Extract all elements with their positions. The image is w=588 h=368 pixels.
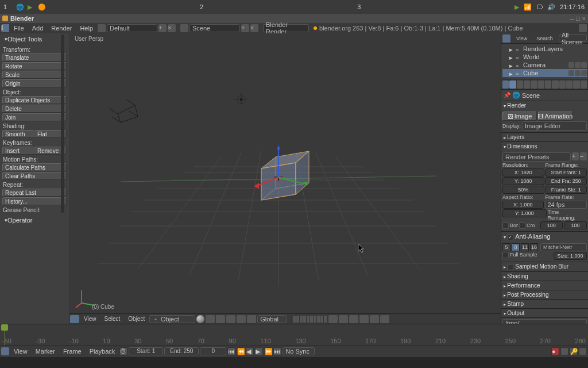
menu-render[interactable]: Render <box>48 24 75 32</box>
aa-samples-5[interactable]: 5 <box>502 243 510 251</box>
menu-file[interactable]: File <box>10 24 28 32</box>
workspace-3[interactable]: 3 <box>357 3 361 10</box>
aa-filter-dropdown[interactable]: Mitchell-Netr <box>540 243 587 251</box>
viewport-shading-icon[interactable] <box>196 315 204 323</box>
snap-element-icon[interactable] <box>349 315 358 323</box>
tab-material-icon[interactable] <box>559 80 566 89</box>
output-panel-header[interactable]: Output <box>501 309 588 317</box>
restrict-render-icon[interactable] <box>581 70 587 76</box>
outliner-display-dropdown[interactable]: All Scenes <box>559 34 587 42</box>
border-checkbox[interactable] <box>502 223 509 229</box>
sampled-motion-blur-checkbox[interactable] <box>507 264 513 270</box>
jump-end-icon[interactable]: ⏭ <box>273 347 281 355</box>
res-y-field[interactable]: Y: 1080 <box>502 177 544 185</box>
tl-frame-menu[interactable]: Frame <box>60 347 85 355</box>
fps-dropdown[interactable]: 24 fps <box>545 201 587 209</box>
engine-dropdown[interactable]: Blender Render <box>263 24 309 32</box>
skip-next-keyframe-icon[interactable]: ⏩ <box>264 347 272 355</box>
workspace-1[interactable]: 1 <box>3 3 7 10</box>
current-frame-number[interactable]: 0 <box>200 347 226 355</box>
aa-size-field[interactable]: Size: 1.000 <box>554 252 587 260</box>
restrict-select-icon[interactable] <box>575 70 581 76</box>
insert-keyframe-button[interactable]: Insert <box>2 147 34 155</box>
tl-view-menu[interactable]: View <box>10 347 31 355</box>
antialiasing-panel-header[interactable]: Anti-Aliasing <box>501 232 588 241</box>
manipulator-toggle-icon[interactable] <box>216 315 225 323</box>
remap-new-field[interactable]: 100 <box>564 221 587 229</box>
sampled-motion-blur-panel-header[interactable]: Sampled Motion Blur <box>501 262 588 271</box>
aa-samples-11[interactable]: 11 <box>521 243 529 251</box>
skip-prev-keyframe-icon[interactable]: ⏪ <box>237 347 245 355</box>
menu-add[interactable]: Add <box>29 24 47 32</box>
end-frame-field[interactable]: End Fra: 250 <box>546 177 587 185</box>
duplicate-button[interactable]: Duplicate Objects <box>2 96 67 104</box>
tool-shelf-scrollbar[interactable] <box>61 34 64 213</box>
add-scene-icon[interactable]: + <box>241 24 249 32</box>
end-frame-number[interactable]: End: 250 <box>164 347 199 355</box>
full-sample-checkbox[interactable] <box>502 252 509 258</box>
tab-object-icon[interactable] <box>531 80 537 89</box>
del-layout-icon[interactable]: × <box>168 24 176 32</box>
clock[interactable]: 21:17:16 <box>560 3 585 10</box>
display-icon[interactable]: 🖵 <box>536 3 543 10</box>
tl-marker-menu[interactable]: Marker <box>32 347 59 355</box>
workspace-2[interactable]: 2 <box>200 3 203 10</box>
add-layout-icon[interactable]: + <box>158 24 167 32</box>
res-pct-field[interactable]: 50% <box>502 186 544 194</box>
display-dropdown[interactable]: Image Editor <box>522 121 587 131</box>
outliner-item-renderlayers[interactable]: ▸▫RenderLayers <box>502 45 587 53</box>
operator-header[interactable]: Operator <box>1 216 68 226</box>
editor-type-outliner-icon[interactable] <box>502 34 510 43</box>
aa-samples-8[interactable]: 8 <box>512 243 520 251</box>
tab-world-icon[interactable] <box>524 80 530 89</box>
tab-scene-icon[interactable] <box>517 80 523 89</box>
restrict-render-icon[interactable] <box>581 62 587 68</box>
outliner-item-cube[interactable]: ▸▫Cube <box>502 69 587 77</box>
sound-icon[interactable]: 🔊 <box>547 3 555 11</box>
aa-samples-16[interactable]: 16 <box>530 243 538 251</box>
origin-button[interactable]: Origin <box>2 79 67 87</box>
calculate-paths-button[interactable]: Calculate Paths <box>2 163 67 171</box>
tab-physics-icon[interactable] <box>581 80 587 89</box>
lock-camera-icon[interactable] <box>328 315 338 323</box>
tab-constraints-icon[interactable] <box>538 80 544 89</box>
editor-type-timeline-icon[interactable] <box>1 347 9 355</box>
output-path-field[interactable]: /tmp/ <box>502 319 587 324</box>
opengl-render-icon[interactable] <box>370 315 379 323</box>
insert-key-icon[interactable]: 🔑 <box>570 347 578 355</box>
tab-render-icon[interactable] <box>509 80 516 89</box>
preset-del-icon[interactable]: – <box>580 152 587 160</box>
aspect-y-field[interactable]: Y: 1.000 <box>502 209 547 217</box>
history-button[interactable]: History... <box>2 197 67 205</box>
render-image-button[interactable]: 🖼 Image <box>502 112 537 121</box>
timeline-ruler[interactable]: eldennode -50-30-10103050709011013015017… <box>0 324 588 346</box>
translate-button[interactable]: Translate <box>2 53 67 62</box>
manip-translate-icon[interactable] <box>226 315 235 323</box>
layers-block-icon[interactable] <box>293 316 327 323</box>
manip-rotate-icon[interactable] <box>237 315 246 323</box>
minimize-button[interactable]: – <box>570 15 574 22</box>
app-icon[interactable]: 🌐 <box>16 3 24 11</box>
stamp-panel-header[interactable]: Stamp <box>501 300 588 308</box>
jump-start-icon[interactable]: ⏮ <box>227 347 235 355</box>
pivot-icon[interactable] <box>206 315 215 323</box>
restrict-select-icon[interactable] <box>575 62 581 68</box>
smooth-button[interactable]: Smooth <box>2 130 34 138</box>
layers-panel-header[interactable]: Layers <box>501 133 588 141</box>
blender-tray-icon[interactable]: 🟠 <box>38 3 46 11</box>
object-menu[interactable]: Object <box>125 315 148 323</box>
crop-checkbox[interactable] <box>519 223 525 229</box>
post-processing-panel-header[interactable]: Post Processing <box>501 290 588 299</box>
object-tools-header[interactable]: Object Tools <box>1 34 68 45</box>
preview-range-icon[interactable]: ⏱ <box>119 347 127 355</box>
close-button[interactable]: × <box>582 15 586 22</box>
dimensions-panel-header[interactable]: Dimensions <box>501 142 588 151</box>
3d-viewport[interactable]: User Persp <box>69 33 501 324</box>
preset-add-icon[interactable]: + <box>572 152 579 160</box>
editor-type-icon[interactable]: ℹ <box>1 24 9 32</box>
menu-help[interactable]: Help <box>76 24 96 32</box>
render-panel-header[interactable]: Render <box>501 101 588 110</box>
tab-modifiers-icon[interactable] <box>545 80 551 89</box>
outliner-item-camera[interactable]: ▸▫Camera <box>502 61 587 69</box>
shading-panel-header[interactable]: Shading <box>501 272 588 281</box>
